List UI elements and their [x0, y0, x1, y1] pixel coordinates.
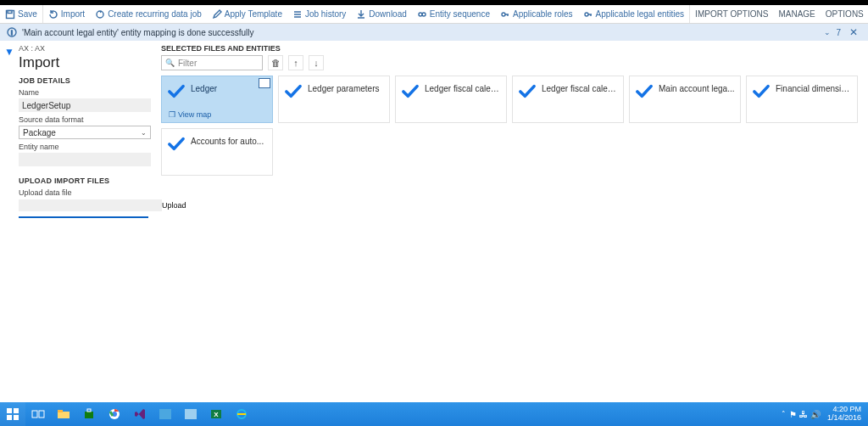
svg-text:X: X	[214, 411, 219, 418]
pencil-icon	[212, 9, 222, 20]
apply-template-button[interactable]: Apply Template	[207, 5, 287, 23]
app2-icon[interactable]	[178, 402, 203, 426]
entity-sequence-label: Entity sequence	[430, 9, 490, 19]
manage-button[interactable]: MANAGE	[773, 5, 820, 23]
job-history-label: Job history	[305, 9, 346, 19]
list-icon	[292, 9, 303, 20]
trash-icon: 🗑	[271, 58, 281, 68]
entity-card[interactable]: Ledger parameters	[278, 76, 390, 123]
ie-icon[interactable]	[229, 402, 254, 426]
entity-card[interactable]: Ledger fiscal calen...	[395, 76, 507, 123]
svg-rect-19	[85, 412, 93, 418]
excel-icon[interactable]: X	[203, 402, 229, 426]
name-label: Name	[19, 88, 151, 97]
svg-rect-15	[32, 411, 37, 418]
svg-rect-16	[39, 411, 44, 418]
import-button[interactable]: Import	[43, 5, 90, 23]
applicable-roles-button[interactable]: Applicable roles	[495, 5, 578, 23]
import-label: Import	[61, 9, 85, 19]
svg-rect-11	[7, 408, 12, 413]
upload-file-field[interactable]	[19, 199, 162, 211]
entity-card-name: Ledger parameters	[308, 84, 380, 93]
job-details-header: JOB DETAILS	[19, 76, 151, 85]
applicable-legal-entities-label: Applicable legal entities	[596, 9, 685, 19]
entity-card[interactable]: Accounts for auto...	[161, 128, 273, 176]
svg-point-5	[502, 13, 505, 16]
check-icon	[635, 83, 654, 98]
create-recurring-button[interactable]: Create recurring data job	[90, 5, 207, 23]
network-icon[interactable]: 🖧	[799, 410, 808, 419]
move-down-button[interactable]: ↓	[309, 55, 324, 70]
system-tray: ˄ ⚑ 🖧 🔊 4:20 PM 1/14/2016	[782, 406, 868, 423]
volume-icon[interactable]: 🔊	[810, 410, 821, 419]
apply-template-label: Apply Template	[225, 9, 282, 19]
chevron-down-icon[interactable]: ⌄	[824, 28, 831, 36]
page-title: Import	[19, 54, 151, 71]
notice-close-icon[interactable]: ✕	[846, 26, 861, 38]
download-button[interactable]: Download	[351, 5, 411, 23]
entity-card[interactable]: Ledger❒View map	[161, 76, 273, 123]
svg-rect-24	[185, 409, 197, 419]
search-icon: 🔍	[165, 59, 175, 67]
check-icon	[518, 83, 537, 98]
job-history-button[interactable]: Job history	[287, 5, 351, 23]
chrome-icon[interactable]	[102, 402, 127, 426]
recurring-icon	[95, 9, 105, 20]
options-button[interactable]: OPTIONS	[821, 5, 868, 23]
download-icon	[356, 9, 366, 20]
entity-card[interactable]: Financial dimensio...	[746, 76, 858, 123]
save-icon	[5, 9, 15, 20]
work-area: ▼ AX : AX Import JOB DETAILS Name Source…	[0, 41, 868, 402]
action-bar: Save Import Create recurring data job Ap…	[0, 5, 868, 24]
explorer-icon[interactable]	[51, 402, 76, 426]
entity-card[interactable]: Ledger fiscal calen...	[512, 76, 624, 123]
tray-chevron-icon[interactable]: ˄	[782, 410, 786, 418]
vs-icon[interactable]	[127, 402, 153, 426]
entity-card-name: Main account lega...	[659, 84, 735, 93]
import-options-button[interactable]: IMPORT OPTIONS	[690, 5, 773, 23]
svg-point-4	[422, 13, 426, 16]
notice-bar: i 'Main account legal entity' entity map…	[0, 24, 868, 41]
check-icon	[752, 83, 771, 98]
start-button[interactable]	[0, 402, 25, 426]
source-format-value: Package	[23, 128, 56, 137]
link-icon	[417, 9, 427, 20]
entity-card[interactable]: Main account lega...	[629, 76, 741, 123]
name-field[interactable]	[19, 98, 151, 112]
store-icon[interactable]	[76, 402, 102, 426]
check-icon	[167, 136, 186, 151]
left-panel: AX : AX Import JOB DETAILS Name Source d…	[19, 41, 154, 402]
main-content: SELECTED FILES AND ENTITIES 🔍 Filter 🗑 ↑…	[154, 41, 868, 402]
clock[interactable]: 4:20 PM 1/14/2016	[824, 406, 865, 423]
entity-name-field[interactable]	[19, 153, 151, 166]
svg-rect-20	[87, 409, 91, 412]
card-checkbox[interactable]	[259, 78, 270, 88]
breadcrumb: AX : AX	[19, 44, 151, 53]
svg-rect-14	[14, 415, 19, 420]
applicable-legal-entities-button[interactable]: Applicable legal entities	[578, 5, 691, 23]
svg-rect-18	[58, 410, 63, 412]
upload-header: UPLOAD IMPORT FILES	[19, 177, 151, 185]
svg-rect-12	[14, 408, 19, 413]
save-label: Save	[18, 9, 37, 19]
options-label: OPTIONS	[826, 9, 864, 19]
app1-icon[interactable]	[153, 402, 178, 426]
info-icon: i	[7, 27, 17, 37]
move-up-button[interactable]: ↑	[288, 55, 303, 70]
arrow-up-icon: ↑	[293, 58, 298, 68]
filter-input[interactable]: 🔍 Filter	[161, 55, 263, 70]
windows-taskbar: X ˄ ⚑ 🖧 🔊 4:20 PM 1/14/2016	[0, 402, 868, 426]
create-recurring-label: Create recurring data job	[108, 9, 202, 19]
delete-button[interactable]: 🗑	[268, 55, 283, 70]
source-format-select[interactable]: Package ⌄	[19, 126, 151, 139]
notice-text: 'Main account legal entity' entity mappi…	[22, 28, 253, 37]
funnel-icon[interactable]: ▼	[4, 46, 14, 58]
flag-icon[interactable]: ⚑	[789, 410, 797, 419]
taskview-icon[interactable]	[25, 402, 51, 426]
save-button[interactable]: Save	[0, 5, 43, 23]
view-map-link[interactable]: ❒View map	[169, 110, 211, 119]
entity-label: Entity name	[19, 143, 151, 151]
source-label: Source data format	[19, 115, 151, 124]
entity-sequence-button[interactable]: Entity sequence	[412, 5, 495, 23]
svg-rect-1	[8, 10, 12, 13]
